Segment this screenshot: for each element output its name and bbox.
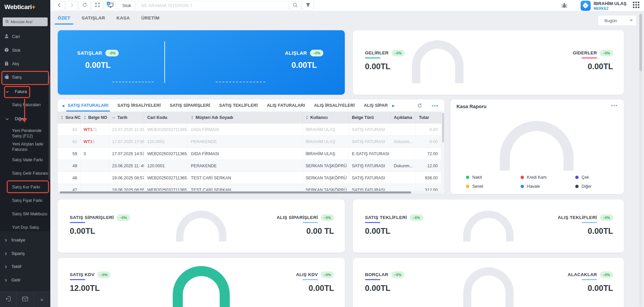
sort-icon xyxy=(61,116,63,120)
kpi-label: ALIŞ KDV xyxy=(296,272,318,277)
legend-item-kredi-kart-[interactable]: Kredi Kartı xyxy=(521,175,575,180)
apps-grid-button[interactable] xyxy=(633,2,639,9)
cell: 3 xyxy=(80,148,109,160)
column-header-0[interactable]: Sıra NO xyxy=(58,112,80,124)
table-hscroll-thumb[interactable] xyxy=(60,191,411,193)
fullscreen-button[interactable] xyxy=(91,1,103,10)
cell: TEST CARİ SERKAN xyxy=(188,172,303,184)
tab-üreti̇m[interactable]: ÜRETİM xyxy=(141,15,159,25)
user-name: İBRAHİM ULAŞ xyxy=(594,1,627,6)
kasa-legend: Nakit Kredi Kartı Çek Senet Havale Diğer xyxy=(466,175,614,189)
sidebar-item-label: Alış xyxy=(12,61,50,67)
invoice-tab-0[interactable]: SATIŞ FATURALARI xyxy=(68,99,108,112)
column-header-8[interactable]: Tutar xyxy=(416,112,441,124)
tab-kasa[interactable]: KASA xyxy=(116,15,130,25)
kpi-value: 0.00TL xyxy=(568,283,613,293)
global-search-button[interactable] xyxy=(289,1,301,10)
column-header-7[interactable]: Açıklama xyxy=(391,112,416,124)
table-row-63[interactable]: 63WT12123.07.2025 11:33WEB2025032711365.… xyxy=(58,124,444,136)
kpi-underline xyxy=(365,222,380,223)
legend-item-havale[interactable]: Havale xyxy=(521,184,575,189)
global-search-input[interactable] xyxy=(137,1,288,10)
kpi-label: SATIŞ SİPARİŞLERİ xyxy=(70,215,114,220)
page-scrollbar-thumb[interactable] xyxy=(639,14,642,71)
invoice-tab-3[interactable]: SATIŞ TEKLİFLERİ xyxy=(219,99,258,112)
sidebar-scrollbar[interactable] xyxy=(49,76,50,180)
invoice-tab-4[interactable]: ALIŞ FATURALARI xyxy=(267,99,305,112)
sidebar-collapse-button[interactable]: « xyxy=(34,296,50,303)
sidebar-item-label: Cari xyxy=(12,34,50,39)
kpi-value: 12.00TL xyxy=(70,283,111,293)
kpi-left: SATIŞ KDV −0% 12.00TL xyxy=(70,271,111,293)
cell: SATIŞ FATURASI xyxy=(349,172,391,184)
invoice-tab-6[interactable]: ALIŞ SİPAR xyxy=(364,99,388,112)
help-button[interactable]: ? xyxy=(581,1,591,11)
refresh-button[interactable] xyxy=(78,1,91,10)
sidebar-item-label: Satış SM Makbuzu xyxy=(12,211,50,217)
bag-up-icon xyxy=(4,74,9,81)
cell: WEB2025032711365... xyxy=(144,172,188,184)
invoice-tab-1[interactable]: SATIŞ İRSALİYELERİ xyxy=(117,99,161,112)
table-row-59[interactable]: 59317.07.2025 14:57WEB2025032711365...GI… xyxy=(58,148,444,160)
table-vscroll-thumb[interactable] xyxy=(442,113,444,142)
kpi-value: 0.00TL xyxy=(573,62,613,71)
table-more-options-icon[interactable]: ••• xyxy=(432,103,438,108)
sidebar-search[interactable] xyxy=(3,17,48,26)
change-badge: −0% xyxy=(391,271,405,278)
kpi-left: SATIŞ SİPARİŞLERİ −0% 0.00TL xyxy=(70,214,130,236)
legend-item-senet[interactable]: Senet xyxy=(466,184,521,189)
messages-button[interactable] xyxy=(17,292,34,307)
legend-item-nakit[interactable]: Nakit xyxy=(466,175,521,180)
invoice-tab-2[interactable]: SATIŞ SİPARİŞLERİ xyxy=(170,99,210,112)
app-logo-plus: + xyxy=(32,3,36,10)
table-refresh-icon[interactable] xyxy=(417,103,422,108)
sidebar: Webticari+ CariStokAlışSatışFaturaSatış … xyxy=(0,0,50,307)
table-row-61[interactable]: 61WT1517.07.2025 17:56120.0001PERAKENDEİ… xyxy=(58,136,444,148)
kpi-label: SATIŞ KDV xyxy=(70,272,95,277)
period-select[interactable]: Bugün xyxy=(598,15,637,26)
change-badge: −0% xyxy=(321,271,334,278)
sidebar-item-label: Satış Faturaları xyxy=(12,102,50,107)
invoices-panel: ◀SATIŞ FATURALARISATIŞ İRSALİYELERİSATIŞ… xyxy=(58,99,444,194)
cell: WT121 xyxy=(80,124,109,135)
cell: SATIŞ FATURASI xyxy=(349,160,391,172)
kpi-label: SATIŞ TEKLİFLERİ xyxy=(365,215,407,220)
filter-button[interactable] xyxy=(302,1,314,10)
user-menu[interactable]: İBRAHİM ULAŞ MERKEZ xyxy=(594,1,627,10)
kpi-value: 0.00TL xyxy=(365,226,423,236)
cell: SATIŞ FATURASI xyxy=(349,136,391,147)
tab-satişlar[interactable]: SATIŞLAR xyxy=(82,15,105,25)
column-header-5[interactable]: Kullanıcı xyxy=(303,112,349,124)
chevron-down-icon xyxy=(630,19,633,21)
column-header-2[interactable]: Tarih xyxy=(109,112,144,124)
sidebar-search-input[interactable] xyxy=(11,20,45,24)
tab-özet[interactable]: ÖZET xyxy=(58,15,70,25)
nav-forward-button[interactable] xyxy=(66,1,78,10)
bug-report-icon[interactable] xyxy=(561,3,568,8)
cell: 120.0001 xyxy=(144,136,188,147)
app-screen: Webticari+ CariStokAlışSatışFaturaSatış … xyxy=(0,0,644,307)
invoice-tab-5[interactable]: ALIŞ İRSALİYELERİ xyxy=(314,99,355,112)
kpi-underline xyxy=(303,222,318,223)
column-header-6[interactable]: Belge Türü xyxy=(349,112,391,124)
more-options-icon[interactable]: ••• xyxy=(611,103,618,108)
column-header-3[interactable]: Cari Kodu xyxy=(144,112,188,124)
cell: GIDA FİRMASI xyxy=(188,148,303,160)
column-header-1[interactable]: Belge NO xyxy=(80,112,109,124)
nav-back-button[interactable] xyxy=(53,1,65,10)
column-header-4[interactable]: Müşteri Adı Soyadı xyxy=(188,112,303,124)
cell: İBRAHİM ULAŞ xyxy=(303,124,349,135)
legend-item--ek[interactable]: Çek xyxy=(575,175,614,180)
tabs-scroll-left-icon[interactable]: ◀ xyxy=(62,104,64,107)
svg-text:2: 2 xyxy=(108,2,109,5)
table-row-49[interactable]: 4923.06.2025 11: 49120.0001PERAKENDESERK… xyxy=(58,160,444,172)
table-row-48[interactable]: 4819.06.2025 08:57WEB2025032711365...TES… xyxy=(58,172,444,184)
kpi-right: ALACAKLAR −0% 0.00TL xyxy=(568,271,613,293)
tabs-scroll-right-icon[interactable]: ▶ xyxy=(392,104,395,107)
search-module-selector[interactable]: Stok xyxy=(118,1,136,10)
sidebar-item-label: Stok xyxy=(12,48,50,53)
logout-button[interactable] xyxy=(0,292,17,307)
screens-button[interactable]: 2 xyxy=(104,1,116,10)
legend-item-di-er[interactable]: Diğer xyxy=(575,184,614,189)
legend-dot xyxy=(575,185,579,188)
